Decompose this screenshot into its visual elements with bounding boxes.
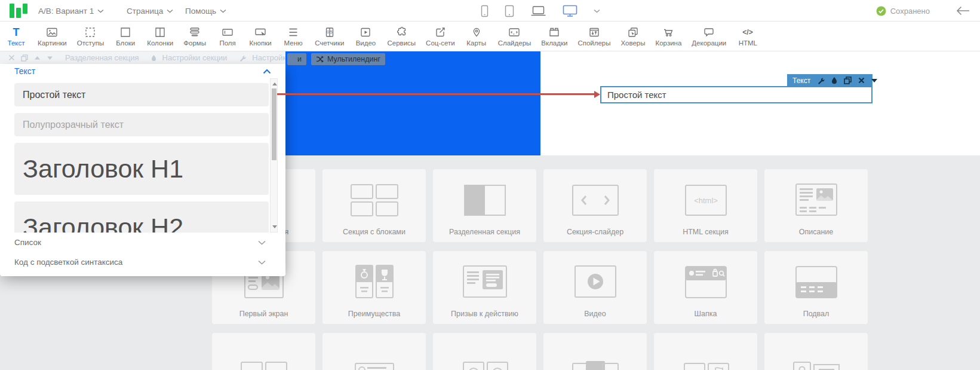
chevron-down-icon	[258, 260, 266, 265]
toolbar-item-images[interactable]: Картинки	[36, 26, 68, 47]
toolbar-item-cart[interactable]: Корзина	[655, 26, 683, 47]
devices-chevron-down-icon[interactable]	[594, 9, 600, 13]
close-icon[interactable]	[858, 77, 865, 84]
svg-text:5: 5	[330, 30, 333, 34]
svg-text:0: 0	[327, 30, 329, 34]
svg-text:</>: </>	[743, 28, 753, 36]
tablet-icon[interactable]	[505, 5, 514, 17]
section-settings-badge-clipped[interactable]: и	[287, 53, 306, 65]
back-arrow-icon[interactable]	[956, 6, 970, 16]
move-down-icon[interactable]	[47, 56, 53, 60]
scrollbar-thumb[interactable]	[272, 88, 277, 160]
html-icon: </>	[741, 26, 754, 39]
panel-item-heading-h2[interactable]: Заголовок H2	[14, 201, 269, 233]
video-icon	[359, 26, 372, 39]
desktop-icon-active[interactable]	[563, 5, 577, 17]
text-element[interactable]: Простой текст	[600, 86, 873, 103]
toolbar-item-paddings[interactable]: Отступы	[76, 26, 105, 47]
phone-icon[interactable]	[481, 5, 489, 17]
card-html-section[interactable]: <html> HTML секция	[654, 169, 757, 242]
card-description[interactable]: Описание	[764, 169, 868, 242]
footer-section-icon	[788, 262, 845, 302]
toolbar-item-sliders[interactable]: Слайдеры	[497, 26, 533, 47]
sliders-icon	[508, 26, 521, 39]
menu-page[interactable]: Страница	[127, 0, 173, 22]
menu-help[interactable]: Помощь	[185, 0, 226, 22]
panel-scroll-viewport: Простой текст Полупрозрачный текст Загол…	[0, 78, 269, 233]
card-partial-gallery[interactable]	[543, 333, 647, 370]
panel-header-text[interactable]: Текст	[14, 64, 271, 78]
saved-label: Сохранено	[890, 7, 930, 16]
card-section-with-blocks[interactable]: Секция с блоками	[322, 169, 426, 242]
toolbar-item-forms[interactable]: Формы	[182, 26, 207, 47]
droplet-icon	[151, 54, 156, 62]
faded-settings-section[interactable]: Настройки секции	[162, 53, 228, 62]
card-divided-section[interactable]: Разделенная секция	[433, 169, 536, 242]
chevron-up-icon	[263, 69, 271, 74]
panel-scrollbar[interactable]	[270, 78, 278, 233]
toolbar-item-menu[interactable]: Меню	[281, 26, 306, 47]
menu-ab-variant-label: A/B: Вариант 1	[38, 7, 94, 16]
canvas-white-section[interactable]	[540, 51, 980, 155]
toolbar-item-maps[interactable]: Карты	[464, 26, 489, 47]
menu-page-label: Страница	[127, 7, 163, 16]
wrench-icon[interactable]	[817, 77, 825, 84]
columns-icon	[153, 26, 167, 39]
panel-item-translucent-text[interactable]: Полупрозрачный текст	[14, 113, 269, 136]
toolbar-item-services[interactable]: Сервисы	[386, 26, 417, 47]
card-footer-section[interactable]: Подвал	[764, 251, 868, 324]
toolbar-item-tabs[interactable]: Вкладки	[540, 26, 569, 47]
partial-form-icon	[346, 360, 403, 370]
toolbar-item-blocks[interactable]: Блоки	[113, 26, 138, 47]
card-video[interactable]: Видео	[543, 251, 647, 324]
toolbar-item-counters[interactable]: 05 Счетчики	[314, 26, 345, 47]
partial-reviews-icon	[788, 359, 845, 370]
fields-icon	[221, 26, 234, 39]
maps-icon	[470, 26, 483, 39]
canvas-blue-section[interactable]	[285, 51, 540, 155]
panel-title: Текст	[14, 66, 35, 76]
panel-group-code[interactable]: Код с подсветкой синтаксиса	[0, 252, 285, 272]
chevron-down-icon	[167, 9, 173, 13]
droplet-icon[interactable]	[831, 77, 837, 84]
toolbar-item-social[interactable]: Соц-сети	[425, 26, 456, 47]
card-advantages[interactable]: Преимущества	[322, 251, 426, 324]
toolbar-item-html[interactable]: </> HTML	[735, 26, 760, 47]
app-logo[interactable]	[10, 3, 30, 19]
toolbar-item-spoilers[interactable]: Спойлеры	[576, 26, 612, 47]
scrollbar-up-arrow[interactable]	[272, 82, 277, 85]
laptop-icon[interactable]	[530, 5, 546, 17]
toolbar-item-columns[interactable]: Колонки	[146, 26, 174, 47]
advantages-icon	[346, 262, 403, 302]
save-status: Сохранено	[876, 6, 930, 16]
card-partial-form[interactable]	[322, 333, 426, 370]
toolbar-item-buttons[interactable]: Кнопки	[248, 26, 273, 47]
hovers-icon	[626, 26, 640, 39]
card-partial-reviews[interactable]	[764, 333, 868, 370]
duplicate-icon[interactable]	[21, 54, 28, 62]
move-up-icon[interactable]	[34, 56, 41, 60]
card-call-to-action[interactable]: Призыв к действию	[433, 251, 536, 324]
menu-ab-variant[interactable]: A/B: Вариант 1	[38, 0, 104, 22]
card-partial-counters[interactable]: 5%00	[212, 333, 315, 370]
multilanding-badge[interactable]: Мультилендинг	[311, 53, 385, 65]
caret-down-icon[interactable]	[871, 79, 877, 82]
card-partial-steps[interactable]	[654, 333, 757, 370]
card-partial-contacts[interactable]	[433, 333, 536, 370]
toolbar-item-video[interactable]: Видео	[353, 26, 378, 47]
toolbar-item-text[interactable]: T Текст	[4, 26, 29, 47]
toolbar-item-decorations[interactable]: Декорации	[690, 26, 727, 47]
panel-item-heading-h1[interactable]: Заголовок H1	[14, 143, 269, 195]
buttons-icon	[254, 26, 267, 39]
card-header-section[interactable]: Шапка	[654, 251, 757, 324]
toolbar-item-fields[interactable]: Поля	[215, 26, 240, 47]
wrench-icon	[239, 54, 246, 62]
close-icon[interactable]	[8, 54, 15, 61]
panel-group-list[interactable]: Список	[0, 233, 285, 252]
duplicate-icon[interactable]	[844, 77, 852, 84]
panel-item-plain-text[interactable]: Простой текст	[14, 83, 269, 106]
faded-settings-panel[interactable]: Настройки панели	[252, 53, 285, 62]
card-slider-section[interactable]: Секция-слайдер	[543, 169, 647, 242]
toolbar-item-hovers[interactable]: Ховеры	[620, 26, 647, 47]
scrollbar-down-arrow[interactable]	[272, 225, 277, 228]
